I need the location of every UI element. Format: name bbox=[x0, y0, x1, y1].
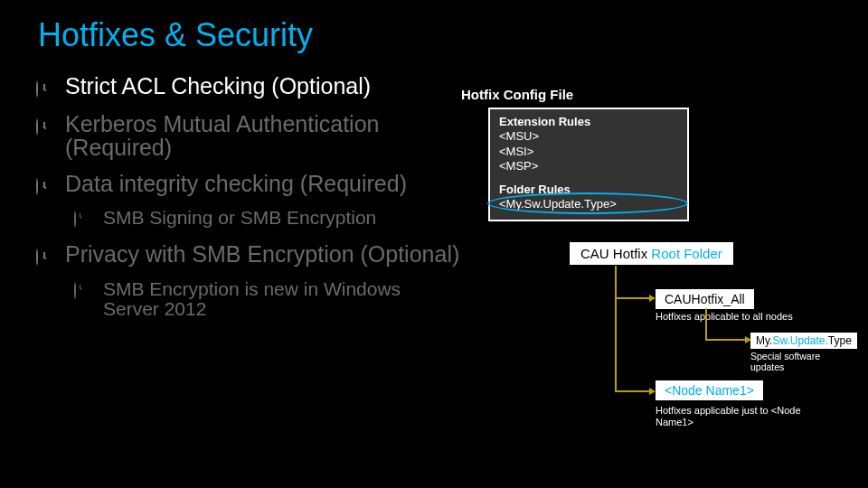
bullet-text: Data integrity checking (Required) bbox=[65, 172, 407, 195]
update-type-end: Type bbox=[828, 334, 852, 347]
diagram: Hotfix Config File Extension Rules <MSU>… bbox=[461, 87, 859, 221]
clock-icon bbox=[36, 179, 52, 195]
cauhotfix-all-desc: Hotfixes applicable to all nodes bbox=[656, 311, 818, 323]
connector-line bbox=[615, 297, 651, 299]
arrow-icon bbox=[649, 295, 656, 302]
node-name-desc: Hotfixes applicable just to <Node Name1> bbox=[656, 405, 836, 427]
clock-icon bbox=[74, 283, 90, 296]
sub-bullet-item: SMB Encryption is new in Windows Server … bbox=[74, 279, 461, 319]
extension-rule: <MSP> bbox=[499, 159, 678, 174]
bullet-text: Privacy with SMB Encryption (Optional) bbox=[65, 242, 459, 266]
bullet-list: Strict ACL Checking (Optional) Kerberos … bbox=[36, 74, 461, 333]
bullet-item: Privacy with SMB Encryption (Optional) bbox=[36, 242, 461, 266]
arrow-icon bbox=[649, 388, 656, 395]
connector-line bbox=[705, 308, 707, 340]
extension-rule: <MSI> bbox=[499, 145, 678, 159]
root-folder-text: CAU Hotfix bbox=[580, 246, 651, 261]
sub-bullet-text: SMB Encryption is new in Windows Server … bbox=[103, 279, 461, 319]
connector-line bbox=[615, 390, 651, 392]
highlight-ellipse bbox=[487, 192, 688, 214]
config-file-title: Hotfix Config File bbox=[461, 87, 859, 102]
connector-line bbox=[705, 339, 747, 341]
cauhotfix-all-box: CAUHotfix_All bbox=[656, 289, 754, 309]
bullet-text: Kerberos Mutual Authentication (Required… bbox=[65, 112, 461, 160]
clock-icon bbox=[36, 81, 52, 98]
root-folder-accent: Root Folder bbox=[651, 246, 722, 261]
bullet-item: Strict ACL Checking (Optional) bbox=[36, 74, 461, 99]
sub-bullet-item: SMB Signing or SMB Encryption bbox=[74, 208, 461, 228]
clock-icon bbox=[36, 119, 52, 136]
root-folder-box: CAU Hotfix Root Folder bbox=[570, 242, 733, 265]
bullet-item: Data integrity checking (Required) bbox=[36, 172, 461, 195]
slide-title: Hotfixes & Security bbox=[0, 0, 868, 54]
sub-bullet-text: SMB Signing or SMB Encryption bbox=[103, 208, 376, 228]
update-type-desc: Special software updates bbox=[750, 351, 850, 372]
clock-icon bbox=[74, 211, 90, 224]
update-type-box: My.Sw.Update.Type bbox=[750, 333, 857, 349]
update-type-prefix: My. bbox=[756, 334, 772, 347]
bullet-text: Strict ACL Checking (Optional) bbox=[65, 74, 371, 99]
update-type-mid: Sw.Update. bbox=[772, 334, 827, 347]
connector-line bbox=[615, 266, 617, 392]
extension-rule: <MSU> bbox=[499, 129, 678, 144]
clock-icon bbox=[36, 249, 52, 266]
node-name-box: <Node Name1> bbox=[656, 380, 763, 400]
extension-rules-label: Extension Rules bbox=[499, 115, 678, 129]
bullet-item: Kerberos Mutual Authentication (Required… bbox=[36, 112, 461, 160]
